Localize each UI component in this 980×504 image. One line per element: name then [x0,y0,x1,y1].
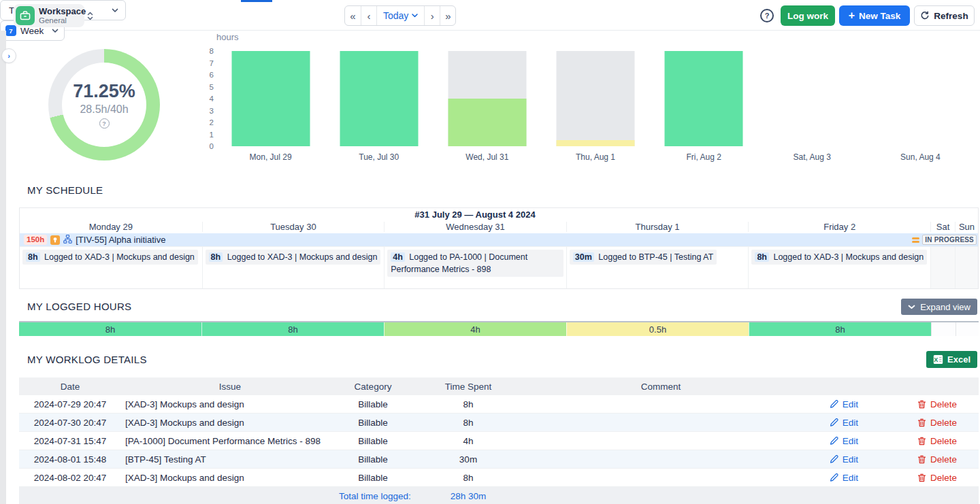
epic-row: 150h [TIV-55] Alpha initiative IN PROGRE… [20,233,978,246]
table-row: 2024-08-01 15:48[BTP-45] Testing ATBilla… [19,450,979,469]
expand-view-button[interactable]: Expand view [901,299,977,315]
worklog-date: 2024-07-29 20:47 [19,399,121,409]
worklog-date: 2024-07-30 20:47 [19,418,121,428]
table-row: 2024-08-02 20:47[XAD-3] Mockups and desi… [19,469,979,487]
status-badge[interactable]: IN PROGRESS [922,235,977,245]
entry-time-badge: 8h [209,252,223,262]
x-axis-labels: Mon, Jul 29Tue, Jul 30Wed, Jul 31Thu, Au… [216,152,975,162]
chevron-right-icon: › [7,52,10,60]
x-axis-label: Wed, Jul 31 [433,152,541,162]
total-logged-label: Total time logged: [339,491,407,501]
chevron-down-icon [52,29,59,33]
sidebar-expand-button[interactable]: › [1,48,16,63]
hierarchy-icon [63,234,72,246]
workspace-selector[interactable]: Workspace General [14,4,84,27]
chevron-up-down-icon [87,12,93,20]
schedule-day-cell-weekend [955,247,978,288]
export-excel-button[interactable]: X Excel [926,351,977,368]
logged-bar [665,51,743,146]
nav-next-button[interactable]: › [424,6,440,25]
refresh-button[interactable]: Refresh [914,5,975,26]
today-button[interactable]: Today [376,6,424,25]
bar-plot-area [216,51,975,146]
day-header: Sat [930,222,955,232]
delete-button[interactable]: Delete [896,436,979,446]
logged-hours-segment: 8h [201,322,384,336]
delete-button[interactable]: Delete [896,454,979,465]
schedule-day-cell: 8h Logged to XAD-3 | Mockups and design [202,247,385,288]
table-row: 2024-07-30 20:47[XAD-3] Mockups and desi… [19,414,979,432]
briefcase-icon [16,6,35,25]
total-logged-value: 28h 30m [407,491,529,501]
pencil-icon [830,400,838,409]
day-header: Tuesday 30 [202,222,385,232]
worklog-entry[interactable]: 8h Logged to XAD-3 | Mockups and design [22,250,198,265]
worklog-time-spent: 4h [407,436,529,446]
worklog-time-spent: 8h [407,473,529,483]
help-icon[interactable]: ? [760,9,774,22]
bar-column [650,51,758,146]
worklog-issue: [PA-1000] Document Performance Metrics -… [121,436,339,446]
worklog-entry[interactable]: 30m Logged to BTP-45 | Testing AT [570,250,717,265]
worklog-issue: [XAD-3] Mockups and design [121,418,339,428]
workspace-labels: Workspace General [39,7,86,24]
delete-button[interactable]: Delete [896,399,979,409]
epic-issue-title[interactable]: [TIV-55] Alpha initiative [76,235,165,245]
delete-label: Delete [930,454,957,465]
workspace-title: Workspace [39,7,86,16]
day-header: Friday 2 [748,222,930,232]
y-tick-label: 4 [204,94,214,103]
trash-icon [917,418,926,427]
nav-first-button[interactable]: « [345,6,361,25]
worklog-category: Billable [339,436,407,446]
utilization-ratio: 28.5h/40h [80,103,128,116]
active-tab-indicator [241,0,272,2]
edit-button[interactable]: Edit [792,399,896,409]
y-tick-label: 1 [204,130,214,139]
y-tick-label: 0 [204,141,214,151]
delete-button[interactable]: Delete [896,473,979,483]
worklog-body: 2024-07-29 20:47[XAD-3] Mockups and desi… [19,395,979,487]
trash-icon [917,455,926,464]
chevron-down-icon [112,8,118,13]
worklog-entry[interactable]: 8h Logged to XAD-3 | Mockups and design [751,250,927,265]
edit-label: Edit [843,399,858,409]
worklog-entry[interactable]: 4h Logged to PA-1000 | Document Performa… [387,250,564,277]
svg-text:X: X [934,356,938,363]
day-header: Monday 29 [20,222,202,232]
delete-label: Delete [930,399,957,409]
delete-label: Delete [930,418,957,428]
edit-button[interactable]: Edit [792,436,896,446]
delete-button[interactable]: Delete [896,418,979,428]
edit-label: Edit [843,454,858,465]
page: Workspace General Ted.White 7 Week « ‹ T… [0,0,980,504]
column-header: Issue [121,382,339,392]
worklog-time-spent: 30m [407,454,529,465]
refresh-icon [920,11,930,20]
nav-last-button[interactable]: » [440,6,455,25]
worklog-header-row: DateIssueCategoryTime SpentComment [19,377,979,395]
capacity-bar [556,51,634,146]
worklog-category: Billable [339,454,407,465]
help-icon[interactable]: ? [99,118,110,129]
schedule-day-cell-weekend [930,247,955,288]
edit-button[interactable]: Edit [792,454,896,465]
log-work-button[interactable]: Log work [781,5,835,26]
nav-prev-button[interactable]: ‹ [361,6,376,25]
estimate-badge: 150h [24,235,47,245]
y-tick-label: 8 [204,46,214,56]
new-task-button[interactable]: + New Task [839,5,910,26]
edit-button[interactable]: Edit [792,418,896,428]
edit-button[interactable]: Edit [792,473,896,483]
logged-hours-segment: 8h [19,322,201,336]
column-header: Comment [529,382,792,392]
pencil-icon [830,418,838,427]
bar-column [541,51,649,146]
worklog-issue: [XAD-3] Mockups and design [121,473,339,483]
worklog-entry[interactable]: 8h Logged to XAD-3 | Mockups and design [206,250,381,265]
priority-medium-icon [912,237,919,243]
excel-icon: X [933,354,943,365]
schedule-day-cell: 30m Logged to BTP-45 | Testing AT [566,247,749,288]
worklog-time-spent: 8h [407,399,529,409]
collapsed-sidebar [0,31,6,504]
